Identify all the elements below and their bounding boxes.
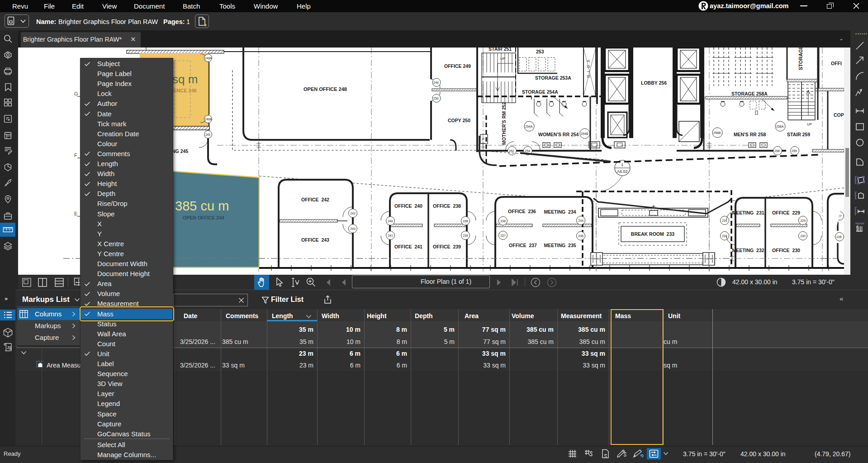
svg-text:OPEN OFFICE 244: OPEN OFFICE 244 [183,215,224,220]
svg-text:MEETING 231: MEETING 231 [732,210,764,215]
svg-text:ENCE 246: ENCE 246 [173,88,197,93]
svg-text:229: 229 [800,219,806,222]
svg-text:D: D [9,330,10,333]
svg-text:STORAGE 258A: STORAGE 258A [731,91,768,96]
svg-text:OFFICE 241: OFFICE 241 [394,244,422,249]
svg-text:235: 235 [578,234,583,238]
svg-text:254B: 254B [581,132,588,135]
svg-text:385 cu m: 385 cu m [175,199,229,213]
svg-text:F: F [482,137,485,142]
svg-text:V O I D: V O I D [586,60,591,79]
svg-text:OFFICE 230: OFFICE 230 [772,248,800,253]
svg-text:COP: COP [834,112,844,118]
svg-text:245: 245 [205,133,210,136]
svg-text:254: 254 [525,149,530,153]
svg-text:sq m: sq m [172,72,198,86]
svg-text:OFFI: OFFI [831,61,842,66]
svg-text:OFFICE 240: OFFICE 240 [394,203,422,209]
svg-text:COPY 250: COPY 250 [448,118,470,123]
svg-text:NG 245: NG 245 [172,148,188,154]
svg-text:MEN'S RR 258: MEN'S RR 258 [734,132,766,137]
svg-text:259: 259 [792,149,797,153]
svg-text:239: 239 [463,234,468,237]
svg-text:253: 253 [536,49,544,54]
svg-text:254A: 254A [525,125,533,128]
svg-text:UP: UP [500,57,505,61]
svg-text:237: 237 [500,234,506,237]
svg-text:230: 230 [800,234,806,238]
svg-text:241: 241 [388,234,393,237]
svg-text:OPEN OFFICE 248: OPEN OFFICE 248 [304,86,347,92]
svg-text:258A: 258A [776,125,784,128]
svg-text:OFFICE 243: OFFICE 243 [301,237,329,243]
svg-text:1: 1 [621,162,623,167]
svg-text:WOMEN'S RR 254: WOMEN'S RR 254 [538,132,579,137]
svg-text:249: 249 [433,81,439,84]
svg-text:MEETING 232: MEETING 232 [732,248,764,253]
svg-text:OFFICE 249: OFFICE 249 [444,63,471,69]
svg-text:228: 228 [836,235,842,239]
svg-text:MOTHER'S RM 252: MOTHER'S RM 252 [501,102,507,145]
svg-text:UP: UP [807,122,812,126]
svg-text:240: 240 [388,220,393,223]
svg-text:246A: 246A [205,57,212,60]
svg-text:JS: JS [7,346,12,350]
svg-text:246B: 246B [205,118,212,121]
svg-text:258: 258 [774,149,780,153]
svg-text:STAIR 251: STAIR 251 [489,48,512,52]
svg-text:MEETING 235: MEETING 235 [544,243,576,248]
svg-text:234: 234 [578,219,583,222]
svg-text:252: 252 [509,149,514,153]
svg-text:243: 243 [350,227,356,230]
svg-text:LOBBY 256: LOBBY 256 [641,80,667,86]
svg-text:238: 238 [463,220,468,223]
svg-text:3: 3 [5,330,7,333]
svg-text:OFFICE 238: OFFICE 238 [433,203,461,209]
svg-text:F: F [74,153,77,158]
svg-text:E: E [74,211,77,216]
svg-text:OFFICE 236: OFFICE 236 [508,209,536,214]
svg-text:BREAK ROOM 233: BREAK ROOM 233 [631,231,674,237]
svg-text:STORAGE: STORAGE [798,48,803,70]
svg-text:242: 242 [350,212,356,215]
svg-text:STAIR 259: STAIR 259 [787,132,810,137]
svg-text:250: 250 [433,97,439,100]
svg-text:236: 236 [500,220,506,223]
svg-text:OFFICE 239: OFFICE 239 [433,244,461,249]
svg-text:MEETING 234: MEETING 234 [544,209,576,215]
svg-text:STORAGE 253A: STORAGE 253A [535,75,571,81]
svg-text:STORAGE 254A: STORAGE 254A [522,89,558,95]
svg-text:258B: 258B [713,131,721,134]
svg-text:A6.02: A6.02 [617,169,628,174]
svg-text:OFFICE 237: OFFICE 237 [509,243,537,248]
svg-text:OFFICE 242: OFFICE 242 [301,197,329,202]
svg-text:OFFICE 229: OFFICE 229 [772,210,800,215]
svg-text:G: G [74,91,78,96]
